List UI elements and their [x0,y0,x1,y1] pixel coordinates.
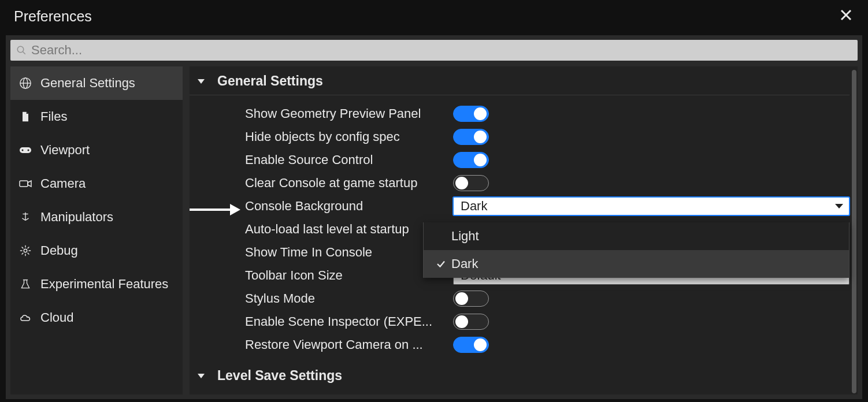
sidebar-item-files[interactable]: Files [10,100,183,133]
toggle-show-geometry-preview[interactable] [453,106,489,122]
select-console-background[interactable]: Dark [453,197,850,215]
dropdown-option-label: Dark [451,256,478,271]
scrollbar[interactable] [852,70,856,393]
toggle-enable-source-control[interactable] [453,152,489,168]
search-icon [16,45,27,55]
sidebar-item-label: Viewport [40,143,90,158]
setting-show-geometry-preview: Show Geometry Preview Panel [190,102,850,125]
svg-point-7 [28,150,29,151]
sidebar-item-label: Camera [40,176,86,191]
svg-rect-5 [20,147,31,153]
dropdown-option-label: Light [451,229,479,244]
dropdown-option-light[interactable]: Light [423,222,850,250]
dropdown-console-background: Light Dark [423,222,850,278]
setting-label: Show Geometry Preview Panel [245,106,453,121]
dropdown-option-dark[interactable]: Dark [423,250,850,278]
main-panel: General Settings Show Geometry Preview P… [190,66,858,394]
body-row: General Settings Files Viewport Camera M… [10,66,858,394]
setting-restore-viewport-camera: Restore Viewport Camera on ... [190,333,850,356]
setting-label: Stylus Mode [245,291,453,306]
setting-label: Enable Scene Inspector (EXPE... [245,314,453,329]
section-header-level-save[interactable]: Level Save Settings [190,361,850,389]
toggle-enable-scene-inspector[interactable] [453,314,489,330]
close-button[interactable] [837,8,855,25]
caret-down-icon [198,374,205,378]
setting-label: Console Background [245,199,453,214]
sidebar-item-label: General Settings [40,76,135,91]
setting-enable-scene-inspector: Enable Scene Inspector (EXPE... [190,310,850,333]
sidebar-item-experimental-features[interactable]: Experimental Features [10,267,183,301]
toggle-hide-objects-config-spec[interactable] [453,129,489,145]
setting-stylus-mode: Stylus Mode [190,287,850,310]
toggle-stylus-mode[interactable] [453,291,489,307]
svg-rect-8 [20,181,28,187]
setting-label: Toolbar Icon Size [245,268,453,283]
close-icon [839,8,853,22]
chevron-down-icon [835,204,843,209]
file-icon [18,110,32,124]
setting-enable-source-control: Enable Source Control [190,148,850,172]
cloud-icon [18,311,32,325]
setting-label: Show Time In Console [245,245,453,260]
svg-point-6 [22,150,24,151]
sidebar-item-label: Experimental Features [40,277,168,292]
setting-label: Restore Viewport Camera on ... [245,337,453,352]
sidebar-item-viewport[interactable]: Viewport [10,133,183,167]
sidebar-item-label: Manipulators [40,210,113,225]
gear-icon [18,244,32,258]
setting-label: Enable Source Control [245,152,453,168]
window-title: Preferences [14,8,92,25]
sidebar-item-manipulators[interactable]: Manipulators [10,200,183,234]
toggle-clear-console-startup[interactable] [453,175,489,191]
sidebar-item-label: Cloud [40,310,73,325]
svg-line-1 [23,51,25,54]
checkmark-icon [436,259,446,269]
section-header-general[interactable]: General Settings [190,66,850,95]
toggle-restore-viewport-camera[interactable] [453,337,489,353]
titlebar: Preferences [0,0,868,35]
check-slot [431,259,451,269]
svg-point-9 [24,249,27,252]
content-area: General Settings Files Viewport Camera M… [6,35,862,399]
setting-label: Auto-load last level at startup [245,222,453,237]
setting-label: Clear Console at game startup [245,176,453,191]
controller-icon [18,143,32,157]
svg-point-0 [17,46,24,53]
sidebar-item-label: Debug [40,243,78,258]
flask-icon [18,277,32,291]
search-bar[interactable] [10,40,858,61]
setting-clear-console-startup: Clear Console at game startup [190,172,850,195]
section-title: Level Save Settings [217,368,342,384]
setting-console-background: Console Background Dark [190,195,850,218]
sidebar-item-general-settings[interactable]: General Settings [10,66,183,100]
sidebar-item-label: Files [40,109,67,124]
manipulator-icon [18,210,32,224]
setting-label: Hide objects by config spec [245,129,453,144]
setting-hide-objects-config-spec: Hide objects by config spec [190,125,850,148]
sidebar-item-cloud[interactable]: Cloud [10,301,183,334]
search-input[interactable] [31,43,852,58]
section-title: General Settings [217,73,323,89]
camera-icon [18,177,32,191]
sidebar-item-camera[interactable]: Camera [10,167,183,200]
select-value: Dark [461,199,487,214]
sidebar-item-debug[interactable]: Debug [10,234,183,267]
globe-icon [18,76,32,90]
caret-down-icon [198,79,205,84]
sidebar: General Settings Files Viewport Camera M… [10,66,183,394]
